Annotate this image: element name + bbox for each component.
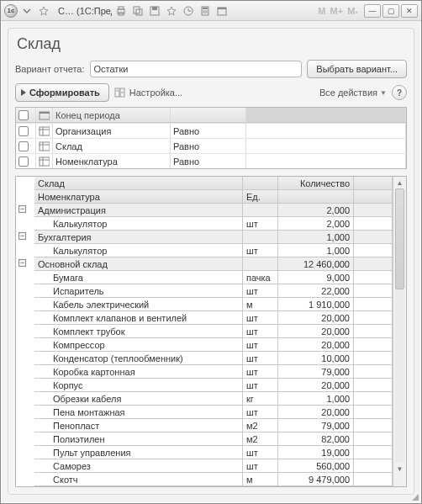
all-actions-button[interactable]: Все действия	[319, 88, 377, 98]
report-leaf-row[interactable]: Калькуляторшт1,000	[34, 244, 393, 257]
variant-label: Вариант отчета:	[15, 64, 85, 74]
table-icon	[39, 125, 50, 137]
filter-value[interactable]	[246, 124, 406, 138]
filter-row[interactable]: ОрганизацияРавно	[16, 123, 406, 138]
filter-row[interactable]: НоменклатураРавно	[16, 153, 406, 168]
report-leaf-row[interactable]: Испарительшт22,000	[34, 284, 393, 298]
svg-rect-18	[115, 88, 119, 97]
history-icon[interactable]	[181, 3, 196, 19]
item-name: Бухгалтерия	[34, 231, 243, 244]
report-leaf-row[interactable]: Компрессоршт20,000	[34, 338, 393, 352]
item-name: Корпус	[34, 379, 243, 392]
variant-field[interactable]: Остатки	[90, 61, 303, 77]
memory-buttons[interactable]: M M+ M-	[317, 6, 359, 16]
calc-icon[interactable]	[198, 3, 213, 19]
filter-header-checkbox[interactable]	[18, 110, 29, 120]
chevron-down-icon: ▼	[380, 89, 387, 97]
report-leaf-row[interactable]: Обрезки кабелякг1,000	[34, 392, 393, 406]
app-logo-icon: 1c	[4, 4, 18, 18]
print-icon[interactable]	[113, 3, 129, 19]
play-icon	[21, 89, 26, 96]
dropdown-icon[interactable]	[19, 3, 34, 19]
filter-checkbox[interactable]	[18, 141, 29, 151]
copy-icon[interactable]	[130, 3, 145, 19]
help-button[interactable]: ?	[392, 85, 407, 100]
select-variant-button[interactable]: Выбрать вариант...	[307, 60, 407, 78]
minimize-button[interactable]: —	[364, 4, 381, 18]
filter-name: Номенклатура	[53, 154, 171, 168]
settings-link[interactable]: Настройка...	[129, 88, 182, 98]
item-name: Саморез	[34, 459, 243, 473]
svg-point-13	[203, 12, 204, 13]
filter-op: Равно	[171, 124, 246, 138]
collapse-toggle[interactable]: −	[18, 232, 26, 240]
filter-value[interactable]	[246, 139, 406, 153]
report-leaf-row[interactable]: Бумагапачка9,000	[34, 271, 393, 284]
item-unit	[243, 257, 278, 271]
svg-rect-27	[40, 142, 50, 151]
svg-rect-9	[203, 8, 208, 9]
filter-row[interactable]: СкладРавно	[16, 138, 406, 153]
report-group-row[interactable]: Администрация2,000	[34, 204, 393, 217]
close-button[interactable]: ✕	[401, 4, 418, 18]
resize-grip-icon[interactable]	[410, 492, 419, 501]
item-unit	[243, 231, 278, 244]
item-unit: м	[243, 298, 278, 311]
item-qty: 20,000	[278, 406, 354, 419]
report-leaf-row[interactable]: Корпусшт20,000	[34, 379, 393, 392]
filter-value[interactable]	[246, 154, 406, 168]
svg-point-11	[204, 10, 206, 12]
item-qty: 12 460,000	[278, 257, 354, 271]
item-name: Пена монтажная	[34, 406, 243, 419]
report-leaf-row[interactable]: Кабель электрическийм1 910,000	[34, 298, 393, 311]
filter-checkbox[interactable]	[18, 126, 29, 136]
favorite-icon[interactable]	[36, 3, 51, 19]
report-leaf-row[interactable]: Коробка картоннаяшт79,000	[34, 365, 393, 379]
item-name: Калькулятор	[34, 244, 243, 257]
settings-icon[interactable]	[114, 87, 126, 98]
svg-rect-17	[218, 8, 226, 9]
svg-rect-1	[119, 7, 124, 9]
item-qty: 22,000	[278, 284, 354, 298]
item-name: Администрация	[34, 204, 243, 217]
report-leaf-row[interactable]: Пена монтажнаяшт20,000	[34, 406, 393, 419]
svg-rect-23	[40, 112, 50, 114]
svg-rect-24	[40, 127, 50, 135]
report-leaf-row[interactable]: Комплект клапанов и вентилейшт20,000	[34, 311, 393, 325]
filter-checkbox[interactable]	[18, 157, 29, 167]
report-leaf-row[interactable]: Полиэтиленм282,000	[34, 432, 393, 446]
form-button[interactable]: Сформировать	[15, 83, 109, 102]
item-qty: 20,000	[278, 311, 354, 325]
report-leaf-row[interactable]: Конденсатор (теплообменник)шт10,000	[34, 352, 393, 365]
collapse-toggle[interactable]: −	[18, 205, 26, 213]
item-qty: 20,000	[278, 379, 354, 392]
report-leaf-row[interactable]: Калькуляторшт2,000	[34, 217, 393, 231]
maximize-button[interactable]: ▢	[382, 4, 399, 18]
filter-op: Равно	[171, 139, 246, 153]
item-name: Пульт управления	[34, 446, 243, 459]
report-leaf-row[interactable]: Комплект трубокшт20,000	[34, 325, 393, 338]
report-leaf-row[interactable]: Саморезшт560,000	[34, 459, 393, 473]
report-leaf-row[interactable]: Скотчм9 479,000	[34, 473, 393, 486]
report-group-row[interactable]: Бухгалтерия1,000	[34, 231, 393, 244]
item-unit: шт	[243, 379, 278, 392]
filter-op: Равно	[171, 154, 246, 168]
item-unit: м	[243, 473, 278, 486]
vertical-scrollbar[interactable]: ▲▼	[393, 177, 406, 486]
item-unit: шт	[243, 311, 278, 325]
item-unit: шт	[243, 365, 278, 379]
page-body: Склад Вариант отчета: Остатки Выбрать ва…	[8, 28, 414, 495]
item-name: Пенопласт	[34, 419, 243, 432]
report-group-row[interactable]: Основной склад12 460,000	[34, 257, 393, 271]
svg-rect-6	[152, 7, 157, 10]
report-leaf-row[interactable]: Пульт управленияшт19,000	[34, 446, 393, 459]
favorite2-icon[interactable]	[164, 3, 179, 19]
table-icon	[39, 156, 50, 167]
filter-name: Склад	[53, 139, 171, 153]
calendar-icon[interactable]	[214, 3, 229, 19]
report-leaf-row[interactable]: Пенопластм279,000	[34, 419, 393, 432]
item-unit: шт	[243, 352, 278, 365]
item-unit: шт	[243, 325, 278, 338]
collapse-toggle[interactable]: −	[18, 259, 26, 267]
save-icon[interactable]	[147, 3, 162, 19]
